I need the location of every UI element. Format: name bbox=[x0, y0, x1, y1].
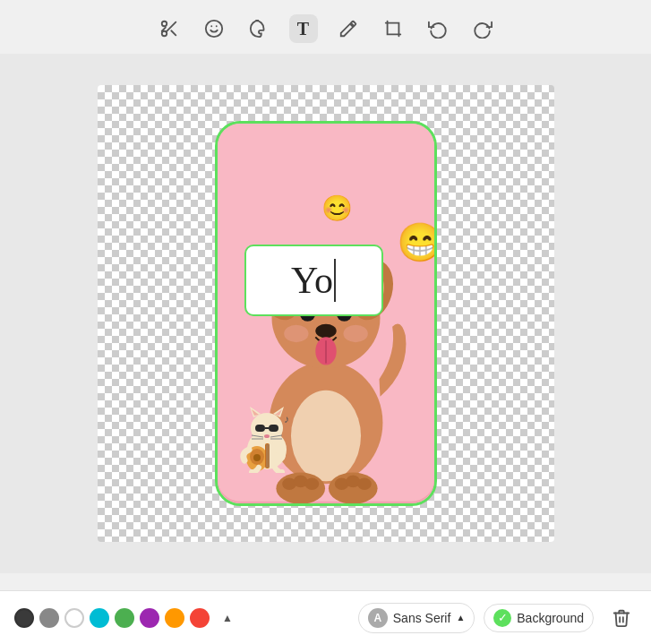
undo-button[interactable] bbox=[424, 14, 452, 43]
svg-point-23 bbox=[284, 325, 308, 343]
svg-point-5 bbox=[205, 21, 221, 37]
background-selector[interactable]: ✓ Background bbox=[484, 604, 594, 632]
color-red[interactable] bbox=[190, 608, 210, 628]
color-purple[interactable] bbox=[140, 608, 159, 628]
text-tool[interactable]: T bbox=[289, 14, 318, 43]
svg-point-24 bbox=[343, 325, 367, 343]
font-name-label: Sans Serif bbox=[393, 611, 451, 625]
color-dark[interactable] bbox=[14, 608, 34, 628]
cut-tool[interactable] bbox=[155, 14, 184, 43]
brush-tool[interactable] bbox=[334, 14, 363, 43]
check-icon: ✓ bbox=[498, 611, 508, 624]
dog-image-area: 😊 😁 Yo bbox=[218, 124, 434, 503]
phone-card: 😊 😁 Yo bbox=[215, 121, 437, 506]
redo-button[interactable] bbox=[468, 14, 497, 43]
svg-point-32 bbox=[357, 477, 372, 490]
svg-point-29 bbox=[304, 477, 319, 490]
background-label: Background bbox=[517, 611, 584, 625]
text-content: Yo bbox=[291, 259, 333, 302]
color-cyan[interactable] bbox=[90, 608, 109, 628]
svg-line-3 bbox=[171, 30, 176, 35]
color-expand-button[interactable]: ▲ bbox=[218, 609, 236, 627]
text-input-box[interactable]: Yo bbox=[244, 245, 383, 316]
svg-point-52 bbox=[253, 454, 261, 461]
delete-button[interactable] bbox=[606, 603, 637, 633]
trash-icon bbox=[612, 608, 631, 628]
svg-point-20 bbox=[315, 324, 336, 339]
svg-rect-39 bbox=[255, 425, 265, 432]
guitar-cat-sticker[interactable]: ♪ bbox=[232, 403, 304, 475]
font-selector[interactable]: A Sans Serif ▲ bbox=[358, 603, 475, 633]
font-icon: A bbox=[368, 608, 388, 628]
toolbar: T bbox=[0, 0, 651, 54]
crop-tool[interactable] bbox=[379, 14, 407, 43]
canvas-background[interactable]: 😊 😁 Yo bbox=[98, 85, 554, 542]
color-white[interactable] bbox=[64, 608, 84, 628]
grin-sticker[interactable]: 😁 bbox=[397, 220, 434, 264]
smile-sticker[interactable]: 😊 bbox=[321, 193, 353, 223]
color-green[interactable] bbox=[115, 608, 134, 628]
font-icon-label: A bbox=[373, 612, 381, 624]
bottom-bar: ▲ A Sans Serif ▲ ✓ Background bbox=[0, 590, 651, 644]
sticker-tool[interactable] bbox=[244, 14, 273, 43]
text-tool-icon: T bbox=[297, 19, 309, 39]
chevron-up-icon: ▲ bbox=[222, 612, 233, 624]
svg-rect-40 bbox=[269, 425, 278, 432]
font-chevron-icon: ▲ bbox=[456, 613, 465, 623]
text-cursor bbox=[334, 259, 336, 302]
background-check-icon: ✓ bbox=[493, 609, 511, 627]
svg-point-0 bbox=[161, 21, 167, 27]
emoji-tool[interactable] bbox=[200, 14, 228, 43]
color-palette bbox=[14, 608, 210, 628]
color-orange[interactable] bbox=[165, 608, 184, 628]
color-gray[interactable] bbox=[39, 608, 59, 628]
svg-point-42 bbox=[264, 434, 270, 438]
canvas-area: 😊 😁 Yo bbox=[0, 54, 651, 573]
svg-text:♪: ♪ bbox=[284, 413, 289, 425]
